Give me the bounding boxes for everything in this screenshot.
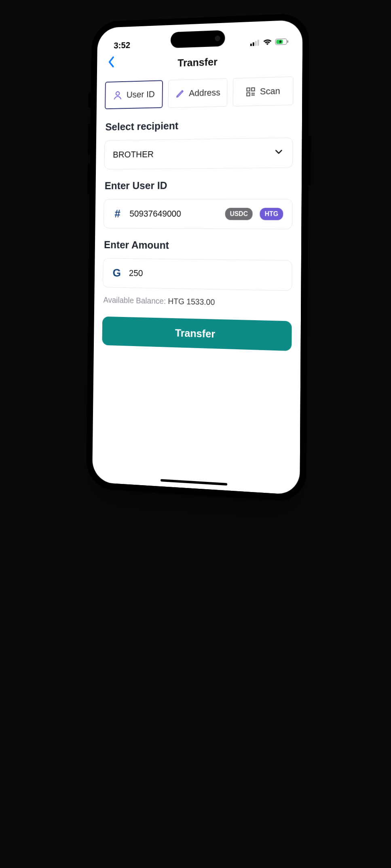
tab-user-id-label: User ID [126, 89, 154, 100]
svg-rect-14 [253, 93, 254, 94]
tab-scan-label: Scan [260, 86, 280, 97]
qr-code-icon [245, 87, 256, 97]
currency-pill-usdc[interactable]: USDC [225, 208, 252, 220]
battery-charging-icon [275, 38, 289, 45]
label-enter-amount: Enter Amount [104, 239, 292, 253]
recipient-select[interactable]: BROTHER [104, 137, 293, 169]
hash-icon: # [112, 207, 123, 220]
dynamic-island [170, 30, 225, 48]
transfer-method-tabs: User ID Address [105, 76, 293, 109]
svg-rect-0 [250, 44, 252, 46]
phone-frame: 3:52 [86, 13, 309, 502]
transfer-button[interactable]: Transfer [102, 317, 292, 351]
svg-rect-9 [252, 88, 255, 91]
user-icon [113, 90, 123, 100]
svg-rect-5 [287, 40, 288, 43]
tab-address[interactable]: Address [168, 78, 227, 108]
tab-address-label: Address [188, 87, 220, 99]
available-balance-line: Available Balance: HTG 1533.00 [103, 296, 292, 309]
chevron-down-icon [274, 147, 283, 159]
label-select-recipient: Select recipient [105, 117, 293, 133]
svg-rect-13 [252, 95, 253, 96]
svg-rect-1 [252, 42, 254, 46]
volume-up-button [88, 124, 90, 155]
svg-rect-8 [247, 88, 250, 91]
amount-value: 250 [129, 268, 283, 281]
svg-rect-11 [252, 93, 253, 94]
available-balance-value: HTG 1533.00 [168, 297, 215, 306]
page-title: Transfer [178, 55, 218, 69]
chevron-left-icon [108, 56, 114, 68]
tab-user-id[interactable]: User ID [105, 80, 163, 109]
currency-pill-htg[interactable]: HTG [260, 208, 283, 220]
label-enter-user-id: Enter User ID [104, 179, 292, 192]
svg-rect-10 [247, 93, 250, 96]
svg-rect-2 [255, 41, 256, 46]
status-time: 3:52 [114, 40, 130, 51]
tab-scan[interactable]: Scan [232, 76, 293, 106]
svg-rect-3 [257, 40, 259, 46]
wifi-icon [263, 39, 272, 46]
svg-rect-6 [276, 40, 283, 44]
recipient-selected-value: BROTHER [113, 148, 266, 160]
user-id-value: 50937649000 [129, 209, 218, 219]
gourde-symbol-icon: G [111, 266, 122, 279]
back-button[interactable] [104, 54, 118, 70]
svg-point-7 [116, 92, 120, 95]
mute-switch [88, 92, 91, 108]
power-button [308, 136, 311, 186]
available-balance-label: Available Balance: [103, 296, 166, 306]
pencil-icon [175, 88, 185, 99]
user-id-input[interactable]: # 50937649000 USDC HTG [103, 199, 292, 229]
cellular-signal-icon [250, 39, 260, 46]
volume-down-button [87, 163, 90, 194]
svg-rect-12 [253, 94, 254, 95]
amount-input[interactable]: G 250 [103, 258, 292, 291]
